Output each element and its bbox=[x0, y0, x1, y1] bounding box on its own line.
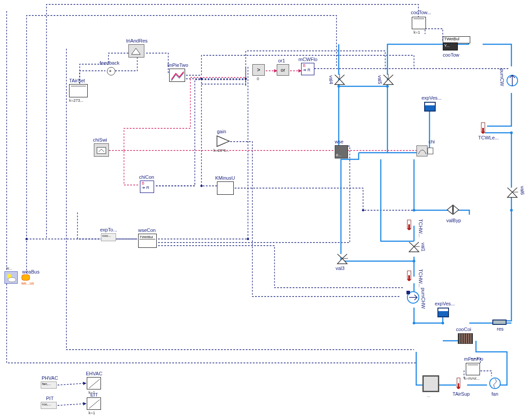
ehvac-integrator[interactable] bbox=[87, 377, 101, 389]
svg-rect-19 bbox=[428, 148, 433, 154]
weather-data-block[interactable] bbox=[4, 271, 18, 284]
svg-point-13 bbox=[510, 209, 513, 212]
tairsup-sensor[interactable] bbox=[456, 377, 466, 391]
gain-block[interactable] bbox=[216, 135, 230, 147]
weabus-sub: we...us bbox=[21, 281, 34, 285]
mcwflo-b: B bbox=[302, 63, 314, 68]
svg-point-5 bbox=[362, 209, 364, 212]
eit-integrator[interactable] bbox=[87, 397, 101, 410]
or1-label: or1 bbox=[278, 58, 285, 63]
valve-5[interactable] bbox=[382, 73, 395, 87]
fan-label: fan bbox=[491, 391, 498, 397]
wsecon-inner: TWetBul bbox=[139, 235, 155, 239]
chicon-label: chiCon bbox=[139, 174, 154, 180]
tchw2-label: TCHW... bbox=[418, 269, 423, 288]
expansion-vessel-chw[interactable] bbox=[437, 308, 449, 317]
val6-label: val6 bbox=[520, 186, 525, 195]
chi-label: chi bbox=[429, 139, 435, 144]
pump-cw[interactable] bbox=[506, 71, 519, 91]
room-block[interactable] bbox=[422, 375, 439, 392]
weabus-label: weaBus bbox=[22, 269, 39, 274]
svg-rect-21 bbox=[408, 224, 410, 228]
tcwle-label: TCWLe... bbox=[478, 135, 499, 140]
chicon-b: B bbox=[140, 181, 154, 185]
tcw-leaving-sensor[interactable] bbox=[480, 122, 491, 136]
expansion-vessel-chi[interactable] bbox=[424, 102, 436, 112]
pit-label: PIT bbox=[46, 396, 54, 401]
svg-text:+: + bbox=[109, 69, 112, 73]
tair-setpoint[interactable] bbox=[69, 84, 88, 97]
tairset-k: k=273... bbox=[69, 98, 83, 103]
valve-6[interactable] bbox=[506, 186, 519, 200]
svg-point-2 bbox=[245, 78, 247, 80]
chiswi-label: chiSwi bbox=[93, 137, 107, 143]
supply-fan[interactable] bbox=[488, 376, 502, 391]
cootow-label: cooTow bbox=[443, 52, 459, 58]
valve-1[interactable] bbox=[407, 240, 421, 254]
tchw-sensor-2[interactable] bbox=[406, 270, 417, 283]
pumcw-label: pumCW bbox=[499, 69, 505, 86]
triandres-label: triAndRes bbox=[126, 38, 147, 43]
valve-4[interactable] bbox=[333, 73, 346, 87]
cooling-coil[interactable] bbox=[458, 333, 473, 344]
kminusu-label: KMinusU bbox=[215, 175, 235, 181]
cootow-inner-label: Y... bbox=[443, 42, 458, 50]
svg-rect-29 bbox=[458, 383, 459, 387]
or-block[interactable]: or bbox=[277, 64, 289, 76]
svg-point-12 bbox=[413, 322, 415, 324]
gain-label: gain bbox=[217, 129, 226, 134]
phvac-source[interactable]: fan,... bbox=[41, 381, 57, 389]
k-minus-u-block[interactable] bbox=[217, 181, 234, 195]
mfanflo-k-label: k=mAir... bbox=[464, 376, 480, 381]
svg-point-11 bbox=[441, 322, 444, 324]
svg-point-7 bbox=[413, 260, 415, 262]
svg-point-17 bbox=[482, 131, 484, 134]
phvac-label: PHVAC bbox=[42, 375, 58, 381]
wse-controller[interactable]: TWetBul bbox=[138, 234, 157, 248]
greater-than-zero[interactable]: > bbox=[252, 64, 265, 76]
weather-bus-connector[interactable] bbox=[21, 274, 30, 281]
feedback-sum[interactable]: + bbox=[106, 66, 116, 77]
chiller-switch[interactable] bbox=[94, 143, 109, 157]
expves-chw-label: expVes... bbox=[435, 301, 455, 306]
cootow-sp-k-label: k=1 bbox=[414, 30, 420, 35]
eit-k: k=1 bbox=[89, 411, 95, 415]
modelica-diagram: cooTow... k=1 TWetBul Y... cooTow pumCW … bbox=[0, 0, 530, 420]
chiller-bool-to-real[interactable]: B ➔ R bbox=[140, 181, 154, 193]
valve-bypass[interactable] bbox=[446, 204, 460, 218]
pump-chw[interactable] bbox=[406, 290, 421, 306]
expandable-bus[interactable]: coo... bbox=[101, 233, 116, 241]
gain-k: k=20*6... bbox=[213, 148, 229, 153]
cooling-tower-block[interactable]: TWetBul Y... bbox=[443, 36, 478, 51]
pit-source[interactable]: roo,... bbox=[41, 402, 57, 409]
coocoi-label: cooCoi bbox=[456, 327, 471, 332]
lin-pie-two[interactable] bbox=[169, 69, 185, 82]
val4-label: val4 bbox=[329, 75, 334, 84]
valve-3[interactable] bbox=[336, 252, 349, 266]
resistance-block[interactable] bbox=[492, 320, 507, 325]
fan-flow-block[interactable] bbox=[466, 363, 480, 375]
mcwflo-bool-to-real[interactable]: B ➔ R bbox=[301, 63, 314, 75]
svg-point-25 bbox=[408, 278, 410, 281]
val1-label: val1 bbox=[421, 243, 426, 251]
val5-label: val5 bbox=[377, 75, 383, 84]
room-ellipsis: ... bbox=[427, 393, 430, 398]
tchw-sensor-1[interactable] bbox=[406, 219, 417, 232]
mfanflo-label: mFanFlo bbox=[464, 356, 483, 362]
cootow-sp-label: cooTow... bbox=[411, 10, 431, 15]
feedback-label: feedback bbox=[100, 60, 120, 66]
waterside-economizer[interactable]: e... bbox=[335, 145, 348, 158]
val3-label: val3 bbox=[336, 266, 344, 271]
valbyp-label: valByp bbox=[446, 218, 461, 223]
svg-point-4 bbox=[26, 238, 28, 240]
tairsup-label: TAirSup bbox=[453, 391, 470, 397]
res-label: res bbox=[497, 326, 503, 331]
svg-point-0 bbox=[201, 78, 203, 80]
ehvac-label: EHVAC bbox=[86, 371, 102, 376]
mcwflo-r: ➔ R bbox=[302, 68, 314, 72]
svg-point-1 bbox=[201, 185, 203, 187]
chiller-block[interactable] bbox=[416, 145, 434, 158]
cooling-tower-setpoint-block[interactable] bbox=[412, 17, 426, 29]
linpietwo-label: linPieTwo bbox=[167, 62, 188, 68]
tri-and-res-block[interactable] bbox=[128, 44, 144, 58]
